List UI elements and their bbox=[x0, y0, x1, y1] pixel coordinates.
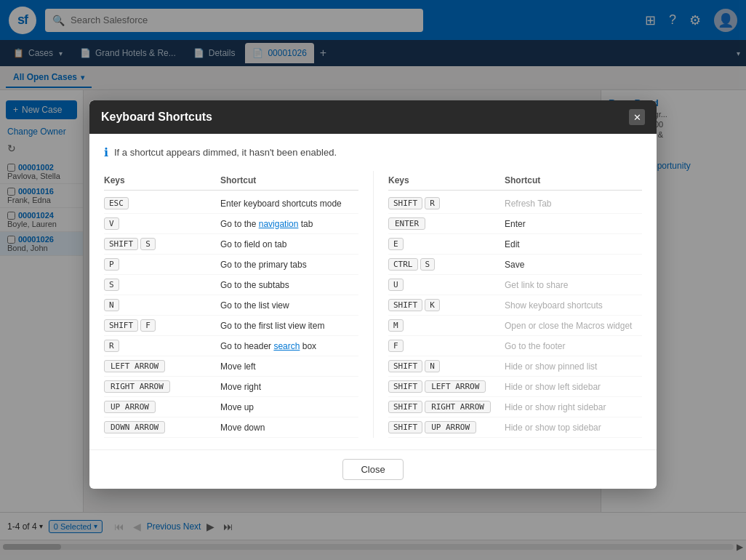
col2-shortcut-header: Shortcut bbox=[505, 175, 642, 185]
info-icon: ℹ bbox=[104, 145, 108, 159]
shortcut-row: R Go to header search box bbox=[104, 336, 358, 356]
keys-cell: SHIFT S bbox=[104, 238, 220, 250]
shortcut-row: SHIFT R Refresh Tab bbox=[388, 193, 642, 214]
keys-cell: U bbox=[388, 279, 505, 291]
shortcut-desc: Hide or show pinned list bbox=[505, 361, 642, 372]
key-k: K bbox=[425, 299, 440, 311]
keys-cell: ENTER bbox=[388, 217, 505, 230]
modal-title: Keyboard Shortcuts bbox=[101, 111, 212, 124]
key-ctrl: CTRL bbox=[388, 258, 418, 271]
keys-cell: SHIFT UP ARROW bbox=[388, 421, 505, 433]
shortcut-desc: Move right bbox=[220, 382, 358, 392]
key-r: R bbox=[104, 340, 119, 352]
shortcut-row: SHIFT K Show keyboard shortcuts bbox=[388, 295, 642, 316]
col1-shortcut-header: Shortcut bbox=[220, 175, 358, 185]
shortcuts-table: Keys Shortcut ESC Enter keyboard shortcu… bbox=[104, 171, 642, 438]
key-esc: ESC bbox=[104, 197, 129, 209]
shortcut-row: SHIFT UP ARROW Hide or show top sidebar bbox=[388, 417, 642, 438]
key-up-arrow: UP ARROW bbox=[104, 401, 156, 413]
info-text: If a shortcut appears dimmed, it hasn't … bbox=[114, 147, 337, 158]
shortcut-row: SHIFT S Go to field on tab bbox=[104, 234, 358, 255]
key-m: M bbox=[388, 319, 404, 332]
keys-cell: V bbox=[104, 217, 220, 230]
modal-close-button[interactable]: ✕ bbox=[629, 109, 645, 125]
shortcut-row: F Go to the footer bbox=[388, 336, 642, 356]
shortcut-desc: Open or close the Macros widget bbox=[505, 321, 642, 331]
key-shift6: SHIFT bbox=[388, 401, 422, 413]
shortcut-desc: Hide or show top sidebar bbox=[505, 423, 642, 433]
shortcut-row: LEFT ARROW Move left bbox=[104, 356, 358, 377]
key-s3: S bbox=[420, 258, 436, 271]
shortcut-desc: Hide or show left sidebar bbox=[505, 382, 642, 392]
shortcut-row: E Edit bbox=[388, 234, 642, 255]
keys-cell: E bbox=[388, 238, 505, 250]
shortcut-row: CTRL S Save bbox=[388, 255, 642, 275]
key-down-arrow: DOWN ARROW bbox=[104, 421, 165, 433]
shortcut-row: SHIFT N Hide or show pinned list bbox=[388, 356, 642, 377]
key-s: S bbox=[140, 238, 156, 250]
keys-cell: SHIFT LEFT ARROW bbox=[388, 380, 505, 393]
key-shift5: SHIFT bbox=[388, 380, 422, 393]
keys-cell: N bbox=[104, 299, 220, 311]
shortcut-desc: Move down bbox=[220, 423, 358, 433]
shortcut-row: RIGHT ARROW Move right bbox=[104, 377, 358, 397]
keys-cell: SHIFT F bbox=[104, 319, 220, 332]
shortcut-row: N Go to the list view bbox=[104, 295, 358, 316]
key-right-arrow2: RIGHT ARROW bbox=[425, 401, 491, 413]
key-f2: F bbox=[388, 340, 404, 352]
key-right-arrow: RIGHT ARROW bbox=[104, 380, 170, 393]
shortcut-row: S Go to the subtabs bbox=[104, 275, 358, 295]
key-s2: S bbox=[104, 279, 119, 291]
shortcut-desc: Hide or show right sidebar bbox=[505, 402, 642, 412]
shortcut-desc: Go to the first list view item bbox=[220, 321, 358, 331]
keys-cell: DOWN ARROW bbox=[104, 421, 220, 433]
modal-body: ℹ If a shortcut appears dimmed, it hasn'… bbox=[89, 134, 657, 449]
modal-header: Keyboard Shortcuts ✕ bbox=[89, 100, 657, 134]
shortcut-row: M Open or close the Macros widget bbox=[388, 316, 642, 336]
shortcut-row: P Go to the primary tabs bbox=[104, 255, 358, 275]
key-shift3: SHIFT bbox=[388, 299, 422, 311]
keys-cell: SHIFT N bbox=[388, 360, 505, 372]
keys-cell: F bbox=[388, 340, 505, 352]
shortcut-row: SHIFT LEFT ARROW Hide or show left sideb… bbox=[388, 377, 642, 397]
shortcut-desc: Get link to share bbox=[505, 280, 642, 290]
key-v: V bbox=[104, 217, 119, 230]
key-enter: ENTER bbox=[388, 217, 425, 230]
key-p: P bbox=[104, 258, 119, 271]
shortcut-desc: Enter keyboard shortcuts mode bbox=[220, 199, 358, 209]
key-left-arrow: LEFT ARROW bbox=[104, 360, 165, 372]
shortcut-desc: Show keyboard shortcuts bbox=[505, 300, 642, 311]
keys-cell: CTRL S bbox=[388, 258, 505, 271]
keys-cell: S bbox=[104, 279, 220, 291]
shortcut-desc: Go to the list view bbox=[220, 300, 358, 311]
key-r2: R bbox=[425, 197, 440, 209]
key-left-arrow2: LEFT ARROW bbox=[425, 380, 486, 393]
keys-cell: M bbox=[388, 319, 505, 332]
col-header-left: Keys Shortcut bbox=[104, 171, 358, 191]
shortcut-desc: Refresh Tab bbox=[505, 199, 642, 209]
shortcut-desc: Enter bbox=[505, 219, 642, 229]
key-e: E bbox=[388, 238, 404, 250]
shortcut-row: UP ARROW Move up bbox=[104, 397, 358, 417]
key-shift7: SHIFT bbox=[388, 421, 422, 433]
shortcut-desc: Move left bbox=[220, 361, 358, 372]
keys-cell: SHIFT K bbox=[388, 299, 505, 311]
shortcut-row: ESC Enter keyboard shortcuts mode bbox=[104, 193, 358, 214]
shortcut-row: V Go to the navigation tab bbox=[104, 214, 358, 234]
keys-cell: UP ARROW bbox=[104, 401, 220, 413]
modal-close-btn[interactable]: Close bbox=[342, 459, 403, 480]
keys-cell: ESC bbox=[104, 197, 220, 209]
col1-keys-header: Keys bbox=[104, 175, 220, 185]
shortcuts-left-col: Keys Shortcut ESC Enter keyboard shortcu… bbox=[104, 171, 373, 438]
key-shift: SHIFT bbox=[104, 238, 138, 250]
shortcut-desc: Go to the footer bbox=[505, 341, 642, 351]
keys-cell: LEFT ARROW bbox=[104, 360, 220, 372]
shortcut-row: ENTER Enter bbox=[388, 214, 642, 234]
shortcut-desc: Go to the primary tabs bbox=[220, 260, 358, 270]
key-up-arrow2: UP ARROW bbox=[425, 421, 476, 433]
shortcut-desc: Go to field on tab bbox=[220, 239, 358, 249]
shortcut-row: SHIFT RIGHT ARROW Hide or show right sid… bbox=[388, 397, 642, 417]
keys-cell: RIGHT ARROW bbox=[104, 380, 220, 393]
shortcut-row: DOWN ARROW Move down bbox=[104, 417, 358, 438]
shortcut-desc: Edit bbox=[505, 239, 642, 249]
